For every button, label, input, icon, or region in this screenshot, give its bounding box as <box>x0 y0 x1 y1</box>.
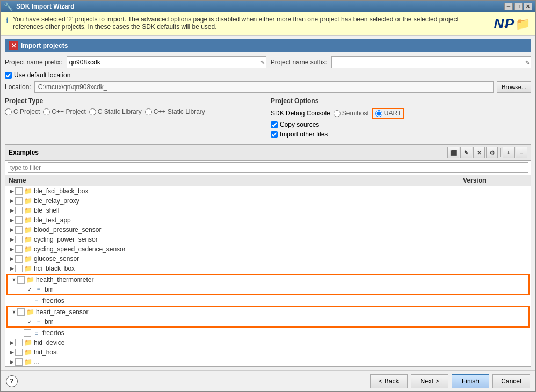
toolbar-button-3[interactable]: ✕ <box>473 147 485 158</box>
toolbar-button-remove[interactable]: − <box>516 147 527 158</box>
titlebar-left: 🔧 SDK Import Wizard <box>4 2 75 11</box>
expand-icon[interactable]: ▼ <box>11 309 17 315</box>
expand-icon[interactable]: ▶ <box>9 256 15 262</box>
radio-uart[interactable]: UART <box>372 108 404 119</box>
folder-icon: 📁 <box>24 358 32 366</box>
prefix-input[interactable] <box>69 59 264 66</box>
back-button[interactable]: < Back <box>370 374 408 388</box>
titlebar-controls: ─ □ ✕ <box>504 3 532 10</box>
expand-icon[interactable]: ▶ <box>9 198 15 204</box>
item-label: hid_host <box>34 349 58 356</box>
list-item[interactable]: ▶ 📁 hid_host <box>5 347 531 357</box>
item-checkbox[interactable] <box>15 187 23 195</box>
item-checkbox[interactable] <box>17 276 25 284</box>
maximize-button[interactable]: □ <box>514 3 523 10</box>
list-item[interactable]: ▶ 📁 cycling_speed_cadence_sensor <box>5 244 531 254</box>
item-checkbox[interactable] <box>15 339 23 346</box>
minimize-button[interactable]: ─ <box>504 3 513 10</box>
list-item[interactable]: ▶ 📁 ble_fsci_black_box <box>5 186 531 196</box>
radio-c-project[interactable]: C Project <box>5 108 40 115</box>
expand-icon[interactable]: ▶ <box>9 236 15 243</box>
item-checkbox[interactable] <box>24 297 31 304</box>
item-checkbox-checked[interactable] <box>26 286 33 293</box>
suffix-edit-icon: ✎ <box>525 60 530 66</box>
default-location-checkbox[interactable] <box>5 72 12 79</box>
item-checkbox[interactable] <box>17 308 25 316</box>
item-checkbox[interactable] <box>15 265 23 272</box>
list-item[interactable]: ▶ 📁 blood_pressure_sensor <box>5 225 531 235</box>
radio-semihost[interactable]: Semihost <box>334 110 369 117</box>
cancel-button[interactable]: Cancel <box>492 374 530 388</box>
toolbar-button-add[interactable]: + <box>503 147 515 158</box>
window: 🔧 SDK Import Wizard ─ □ ✕ ℹ You have sel… <box>0 0 536 392</box>
list-item[interactable]: ▶ 📁 cycling_power_sensor <box>5 235 531 244</box>
finish-button[interactable]: Finish <box>452 374 489 388</box>
item-checkbox[interactable] <box>15 216 23 224</box>
file-icon: ≡ <box>34 286 43 293</box>
expand-icon[interactable]: ▶ <box>9 349 15 355</box>
item-label: cycling_speed_cadence_sensor <box>34 245 126 253</box>
filter-input[interactable] <box>8 162 528 173</box>
item-checkbox-checked[interactable] <box>26 318 33 325</box>
item-checkbox[interactable] <box>15 226 23 234</box>
info-text: You have selected '2' projects to import… <box>13 16 490 31</box>
list-item[interactable]: ≡ bm <box>8 285 528 294</box>
folder-icon: 📁 <box>26 308 34 316</box>
list-item[interactable]: ≡ freertos <box>5 328 531 338</box>
item-checkbox[interactable] <box>15 349 23 356</box>
browse-button[interactable]: Browse... <box>497 81 531 93</box>
item-checkbox[interactable] <box>15 197 23 205</box>
prefix-edit-icon: ✎ <box>260 60 265 66</box>
item-checkbox[interactable] <box>15 236 23 243</box>
file-icon: ≡ <box>32 329 41 337</box>
location-input[interactable] <box>34 81 494 93</box>
item-checkbox[interactable] <box>24 329 31 337</box>
close-button[interactable]: ✕ <box>524 3 532 10</box>
toolbar-button-1[interactable]: ⬛ <box>447 147 459 158</box>
default-location-row: Use default location <box>5 71 531 79</box>
item-checkbox[interactable] <box>15 358 23 366</box>
item-checkbox[interactable] <box>15 255 23 263</box>
next-button[interactable]: Next > <box>411 374 448 388</box>
list-item[interactable]: ▶ 📁 ble_shell <box>5 206 531 215</box>
copy-sources-checkbox[interactable] <box>271 121 278 128</box>
item-label: freertos <box>42 297 64 304</box>
expand-icon[interactable]: ▶ <box>9 227 15 233</box>
item-checkbox[interactable] <box>15 207 23 214</box>
list-item[interactable]: ▶ 📁 glucose_sensor <box>5 254 531 264</box>
expand-icon[interactable]: ▶ <box>9 359 15 365</box>
list-item[interactable]: ▶ 📁 ble_relay_proxy <box>5 196 531 206</box>
list-item[interactable]: ▼ 📁 heart_rate_sensor <box>8 307 528 317</box>
default-location-label: Use default location <box>14 71 70 79</box>
expand-icon[interactable]: ▶ <box>9 265 15 272</box>
item-checkbox[interactable] <box>15 245 23 253</box>
toolbar-button-2[interactable]: ✎ <box>460 147 472 158</box>
expand-icon[interactable]: ▼ <box>11 277 17 283</box>
radio-c-static-lib[interactable]: C Static Library <box>89 108 142 115</box>
expand-icon[interactable]: ▶ <box>9 188 15 194</box>
help-button[interactable]: ? <box>6 375 18 387</box>
project-type-panel: Project Type C Project C++ Project C Sta… <box>5 97 265 140</box>
expand-icon <box>19 318 26 325</box>
list-item[interactable]: ≡ bm <box>8 317 528 326</box>
list-item[interactable]: ▼ 📁 health_thermometer <box>8 275 528 285</box>
item-label: ble_test_app <box>34 216 71 224</box>
item-label: cycling_power_sensor <box>34 236 98 243</box>
filter-row <box>5 161 531 175</box>
examples-section: Examples ⬛ ✎ ✕ ⚙ + − Name Version <box>5 144 531 367</box>
list-item[interactable]: ▶ 📁 ... <box>5 357 531 366</box>
item-label: hid_device <box>34 339 64 346</box>
radio-cpp-project[interactable]: C++ Project <box>43 108 85 115</box>
radio-cpp-static-lib[interactable]: C++ Static Library <box>145 108 205 115</box>
list-item[interactable]: ▶ 📁 hid_device <box>5 338 531 347</box>
list-item[interactable]: ▶ 📁 ble_test_app <box>5 215 531 225</box>
import-other-files-checkbox[interactable] <box>271 131 278 138</box>
expand-icon[interactable]: ▶ <box>9 217 15 223</box>
expand-icon[interactable]: ▶ <box>9 207 15 214</box>
expand-icon[interactable]: ▶ <box>9 246 15 252</box>
expand-icon[interactable]: ▶ <box>9 339 15 346</box>
list-item[interactable]: ≡ freertos <box>5 296 531 306</box>
list-item[interactable]: ▶ 📁 hci_black_box <box>5 264 531 273</box>
toolbar-button-4[interactable]: ⚙ <box>486 147 498 158</box>
suffix-input[interactable] <box>334 59 528 66</box>
